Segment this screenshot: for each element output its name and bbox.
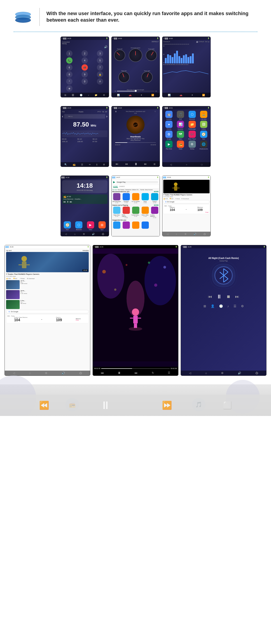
nav-info[interactable]: ℹ [96,163,97,166]
bt-nav-apps[interactable]: ⊞ [203,304,206,308]
music-nav-extra[interactable]: ⊞ [154,163,155,165]
yt-lg-like[interactable]: 👍 8.8K [6,278,11,279]
yt-lg-dislike[interactable]: 👎 837 [13,278,17,279]
bt-stop-btn[interactable]: ⏹ [226,294,230,299]
bt-nav-music[interactable]: ♪ [227,304,229,308]
tab-games[interactable]: GAMES [119,186,125,188]
nav-rds[interactable]: 📻 [73,163,75,166]
video-nav-fwd[interactable]: ⏭ [135,371,138,375]
next-station-btn[interactable]: › [106,114,107,118]
nav-settings-h[interactable]: ⚙ [83,233,85,235]
cat-categories[interactable]: Categories [125,189,131,190]
dial-front-left[interactable] [114,50,125,61]
dial-end[interactable]: 📵 [82,64,88,70]
home-app-navi[interactable]: 🧭 Navi [62,221,73,230]
dial-5[interactable]: 5 [97,57,103,64]
media-next[interactable]: ⏭ [70,200,72,203]
yt-dislike[interactable]: 👎 837 [169,198,174,200]
dial-9[interactable]: 9 [82,71,88,78]
music-menu-icon[interactable]: ☰ [115,111,117,112]
app-music-player[interactable]: 🎶 Music Player [187,130,197,140]
bt-nav-clock[interactable]: 🕐 [219,304,223,308]
nav-search[interactable]: 🔍 [64,163,67,166]
dial-3[interactable]: 3 [97,50,103,56]
bt-nav-menu[interactable]: ☰ [233,304,236,308]
tab-all[interactable]: All [196,41,198,43]
nav-effects[interactable]: ✦ [140,94,142,96]
app-google[interactable]: G Google [164,130,174,140]
nav-home-bt[interactable]: ⌂ [205,372,207,375]
nav-vol-bt[interactable]: 🔊 [238,372,241,375]
station-3[interactable]: 98.10 [93,138,108,140]
bottom-pause-btn[interactable]: ⏸ [100,399,111,412]
dial-4[interactable]: 4 [82,57,88,64]
dial-hash[interactable]: # [97,78,103,84]
home-app-video[interactable]: ▶ Video [85,221,96,230]
nav-settings-r[interactable]: ⚙ [103,163,105,166]
play-app-vlc[interactable]: VLC for Android 26 MB [131,193,140,204]
tab-setup[interactable]: Set up [205,41,209,43]
music-nav-back[interactable]: ⏭ [116,162,118,166]
bt-nav-settings[interactable]: ⚙ [241,304,244,308]
bt-prev-btn[interactable]: ⏮ [208,294,212,299]
app-radio[interactable]: 📻 Radio [175,140,186,150]
nav-files[interactable]: 📁 [95,94,97,96]
dial-call[interactable]: 📞 [66,57,73,64]
app-chrome[interactable]: ● Chrome [164,121,174,130]
dial-6[interactable]: 6 [66,64,73,70]
nav-power-yt[interactable]: ⏻ [203,233,206,235]
dial-2[interactable]: 2 [82,50,88,56]
nav-back-h[interactable]: ◁ [65,233,67,235]
yt-share[interactable]: ↗ Share [175,198,180,200]
bottom-fastfwd-btn[interactable]: ⏩ [162,400,172,410]
dial-surround[interactable] [129,48,142,62]
nav-car2[interactable]: 🚗 [179,94,182,96]
media-prev[interactable]: ⏮ [64,200,66,203]
media-play[interactable]: ⏸ [67,200,69,203]
nav-settings-bt[interactable]: ⚙ [221,372,223,375]
yt-lg-google-search[interactable]: G Ok Google [6,310,89,313]
nav-vol-h[interactable]: 🔊 [92,233,95,235]
nav-eq[interactable]: 📊 [117,94,120,96]
dial-0[interactable]: 0 [82,78,88,84]
station-4[interactable]: 106.10 [62,140,77,142]
dial-extra[interactable]: ⊕ [66,85,73,92]
bt-nav-person[interactable]: 👤 [211,304,214,308]
home-app-bt[interactable]: ⬡ Bluetooth [74,221,84,230]
play-search-bar[interactable]: Google Play [116,181,158,184]
station-5[interactable]: 108.00 [77,140,92,142]
video-nav-rotate[interactable]: ↻ [152,371,154,374]
game-mobile-legends[interactable]: Mobile Legends... 26 MB [122,206,131,218]
nav-home-ytlg[interactable]: ⌂ [29,372,31,375]
nav-apps[interactable]: ⊞ [64,94,66,96]
nav-back-bt[interactable]: ◁ [189,372,191,375]
nav-eq2[interactable]: 📊 [168,94,170,96]
nav-vol-yt[interactable]: 🔊 [193,233,196,235]
app-filemanager[interactable]: 📁 FileManager [187,121,197,130]
station-2[interactable]: 90.10 [77,138,92,140]
app-maps[interactable]: 🗺 Maps [175,130,186,140]
dial-8[interactable]: 8 [66,71,73,78]
eq-slider[interactable] [117,91,154,91]
nav-list[interactable]: ☰ [81,163,83,166]
game-bricks[interactable]: Bricks n Balls 21 MB [141,206,149,218]
station-1[interactable]: 89.80 [62,138,77,140]
nav-recent-ag[interactable]: □ [201,163,203,166]
dial-7[interactable]: 7 [97,64,103,70]
nav-home-yt[interactable]: ⌂ [176,233,177,235]
nav-settings-yt[interactable]: ⚙ [184,233,186,235]
app-calculator[interactable]: 🧮 Calculator [198,111,209,120]
nav-power-ytlg[interactable]: ⏻ [79,372,82,375]
prev-station-btn[interactable]: ‹ [62,114,63,118]
app-assistant[interactable]: 🤖 Assistant [164,111,174,120]
nav-bars[interactable]: 📶 [151,94,154,96]
bottom-rewind-btn[interactable]: ⏪ [39,400,49,410]
dial-rear-left[interactable] [118,72,130,83]
nav-music[interactable]: ♪ [88,94,89,96]
station-6[interactable]: 87.50 [93,140,108,142]
nav-settings[interactable]: ⚙ [103,94,105,96]
yt-like[interactable]: 👍 8.8K [163,198,168,200]
music-nav-prev[interactable]: ⏮ [125,162,128,166]
nav-power-bt[interactable]: ⏻ [255,372,258,375]
bottom-home-btn[interactable]: ⬜ [223,401,232,410]
